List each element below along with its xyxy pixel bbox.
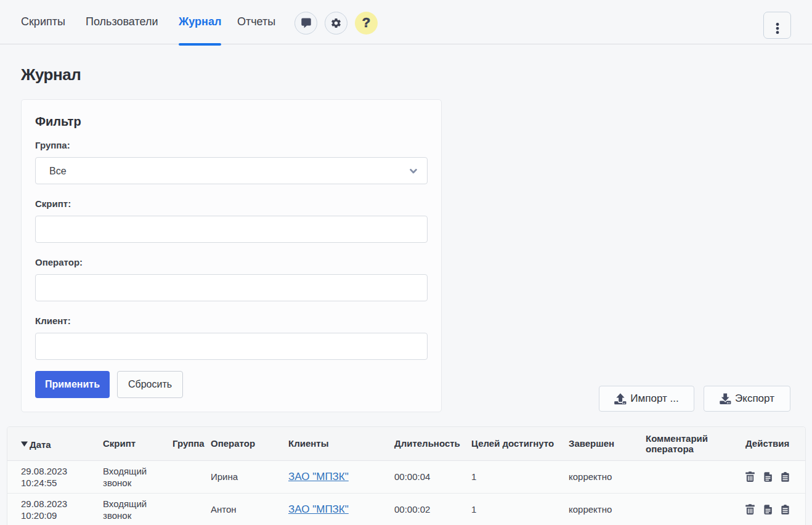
script-label: Скрипт: (35, 198, 428, 209)
reset-button[interactable]: Сбросить (117, 371, 183, 398)
report-icon[interactable] (781, 505, 789, 515)
journal-table-card: Дата Скрипт Группа Оператор Клиенты Длит… (7, 426, 806, 525)
kebab-icon (776, 12, 779, 37)
filter-card: Фильтр Группа: Все Скрипт: Оператор: Кли… (21, 99, 442, 412)
filter-heading: Фильтр (35, 115, 428, 129)
cell-script: Входящий звонок (95, 460, 165, 493)
upload-icon (614, 393, 627, 405)
cell-clients: ЗАО "МПЗК" (281, 493, 387, 525)
cell-operator: Ирина (203, 460, 281, 493)
page-title: Журнал (21, 65, 81, 84)
import-button[interactable]: Импорт ... (599, 386, 694, 412)
cell-comment (638, 493, 738, 525)
client-input[interactable] (35, 333, 428, 360)
download-icon (720, 393, 731, 405)
col-header-actions: Действия (738, 427, 806, 460)
delete-icon[interactable] (745, 471, 755, 482)
apply-button[interactable]: Применить (35, 371, 110, 398)
view-record-icon[interactable] (764, 472, 772, 482)
client-link[interactable]: ЗАО "МПЗК" (288, 471, 349, 482)
col-header-duration[interactable]: Длительность (387, 427, 464, 460)
cell-duration: 00:00:02 (387, 493, 464, 525)
cell-date: 29.08.202310:20:09 (7, 493, 95, 525)
cell-actions (738, 493, 806, 525)
table-header-row: Дата Скрипт Группа Оператор Клиенты Длит… (7, 427, 806, 460)
more-menu-button[interactable] (763, 12, 791, 39)
export-button-label: Экспорт (735, 393, 774, 405)
col-header-comment[interactable]: Комментарий оператора (638, 427, 738, 460)
help-button[interactable]: ? (355, 12, 378, 35)
table-row: 29.08.202310:24:55 Входящий звонок Ирина… (7, 460, 806, 493)
chat-button[interactable] (294, 12, 317, 35)
cell-goals: 1 (464, 493, 561, 525)
client-link[interactable]: ЗАО "МПЗК" (288, 503, 349, 515)
cell-group (165, 460, 203, 493)
view-record-icon[interactable] (764, 505, 772, 515)
settings-button[interactable] (325, 12, 347, 35)
tab-users[interactable]: Пользователи (86, 0, 158, 44)
cell-goals: 1 (464, 460, 561, 493)
col-header-group[interactable]: Группа (165, 427, 203, 460)
col-header-clients[interactable]: Клиенты (281, 427, 387, 460)
col-header-operator[interactable]: Оператор (203, 427, 281, 460)
import-button-label: Импорт ... (630, 393, 678, 405)
cell-operator: Антон (203, 493, 281, 525)
cell-finished: корректно (561, 493, 638, 525)
cell-script: Входящий звонок (95, 493, 165, 525)
cell-duration: 00:00:04 (387, 460, 464, 493)
question-mark-icon: ? (362, 15, 370, 31)
io-buttons: Импорт ... Экспорт (599, 386, 790, 412)
tab-scripts[interactable]: Скрипты (21, 0, 65, 44)
nav-icon-buttons: ? (294, 12, 378, 35)
table-row: 29.08.202310:20:09 Входящий звонок Антон… (7, 493, 806, 525)
col-header-date[interactable]: Дата (7, 427, 95, 460)
report-icon[interactable] (781, 472, 789, 482)
cell-clients: ЗАО "МПЗК" (281, 460, 387, 493)
client-label: Клиент: (35, 315, 428, 326)
cell-actions (738, 460, 806, 493)
cell-date: 29.08.202310:24:55 (7, 460, 95, 493)
cell-finished: корректно (561, 460, 638, 493)
group-label: Группа: (35, 140, 428, 150)
group-select[interactable]: Все (35, 157, 428, 184)
script-input[interactable] (35, 216, 428, 243)
chat-bubble-icon (301, 18, 311, 28)
tab-journal[interactable]: Журнал (179, 0, 221, 44)
sort-desc-icon (21, 438, 28, 449)
col-header-script[interactable]: Скрипт (95, 427, 165, 460)
col-header-goals[interactable]: Целей достигнуто (464, 427, 561, 460)
operator-input[interactable] (35, 274, 428, 301)
top-navbar: Скрипты Пользователи Журнал Отчеты ? (0, 0, 812, 44)
delete-icon[interactable] (745, 504, 755, 515)
cell-comment (638, 460, 738, 493)
tab-reports[interactable]: Отчеты (237, 0, 275, 44)
export-button[interactable]: Экспорт (704, 386, 790, 412)
gear-icon (330, 17, 342, 29)
cell-group (165, 493, 203, 525)
operator-label: Оператор: (35, 257, 428, 267)
journal-table: Дата Скрипт Группа Оператор Клиенты Длит… (7, 427, 806, 525)
col-header-finished[interactable]: Завершен (561, 427, 638, 460)
